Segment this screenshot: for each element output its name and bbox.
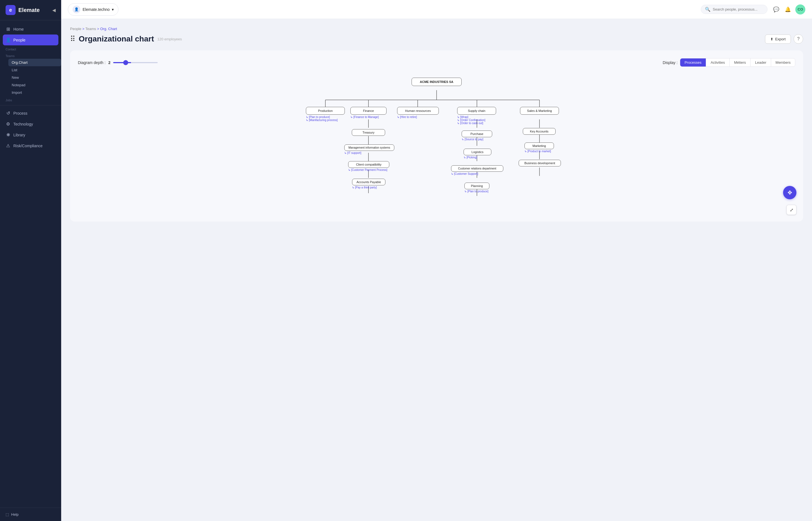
workspace-name: Elemate.techno [82, 7, 110, 12]
home-icon: ⊞ [5, 26, 10, 32]
move-button[interactable]: ✥ [783, 186, 796, 199]
depth-control: Diagram depth : 2 [78, 61, 158, 65]
expand-button[interactable]: ⤢ [786, 205, 796, 215]
sidebar-divider [0, 105, 61, 106]
display-btn-processes[interactable]: Processes [680, 59, 706, 67]
breadcrumb-people[interactable]: People [70, 27, 81, 31]
sidebar-label-process: Process [13, 111, 27, 115]
display-label: Display : [663, 61, 678, 65]
topbar: 👤 Elemate.techno ▾ 🔍 💬 🔔 CO [61, 0, 812, 19]
depth-slider[interactable] [113, 62, 158, 63]
display-btn-activities[interactable]: Activities [706, 59, 730, 67]
node-marketing: Marketing ↳ [Product to market] [524, 142, 554, 155]
help-circle-button[interactable]: ? [794, 34, 803, 44]
breadcrumb-org-chart: Org. Chart [100, 27, 117, 31]
sidebar-item-people[interactable]: 👤 People [3, 35, 58, 45]
sidebar-logo: e Elemate ◀ [0, 0, 61, 20]
user-avatar[interactable]: CO [795, 4, 805, 15]
sidebar-label-people: People [13, 38, 26, 42]
content-area: People > Teams > Org. Chart ⠿ Organizati… [61, 19, 812, 521]
chat-icon-button[interactable]: 💬 [772, 5, 780, 14]
node-biz-dev: Business development [519, 160, 561, 167]
sidebar-label-library: Library [13, 133, 25, 137]
help-label: Help [11, 512, 19, 517]
workspace-selector[interactable]: 👤 Elemate.techno ▾ [68, 3, 118, 16]
display-controls: Display : Processes Activities Métiers L… [663, 58, 795, 67]
depth-value: 2 [109, 61, 111, 65]
notification-icon-button[interactable]: 🔔 [784, 5, 792, 14]
help-button[interactable]: ⬚ Help [5, 512, 56, 517]
technology-icon: ⚙ [5, 121, 10, 127]
main-area: 👤 Elemate.techno ▾ 🔍 💬 🔔 CO People > Tea… [61, 0, 812, 521]
workspace-icon: 👤 [73, 5, 80, 13]
risk-icon: ⚠ [5, 143, 10, 148]
expand-icon: ⤢ [790, 207, 793, 213]
dept-supply: Supply chain ↳ [Wrap] ↳ [Order Confirmat… [457, 107, 496, 129]
logo-icon: e [5, 5, 16, 15]
breadcrumb-teams[interactable]: Teams [86, 27, 96, 31]
node-planning: Planning ↳ [Plan to produce] [464, 183, 489, 195]
app-name: Elemate [18, 7, 40, 13]
page-title-row: ⠿ Organizational chart 120 employees [70, 35, 182, 43]
org-chart-svg: ACME INDUSTRIES SA Production ↳ [Plan to… [78, 73, 795, 213]
export-button[interactable]: ⬆ Export [765, 35, 791, 44]
sidebar-sub-org-chart[interactable]: Org.Chart [8, 59, 61, 66]
search-input[interactable] [713, 7, 763, 12]
sidebar-nav: ⊞ Home 👤 People Contact Teams Org.Chart … [0, 20, 61, 508]
dept-sales: Sales & Marketing [520, 107, 559, 115]
node-accounts-payable: Accounts Payable ↳ [Pay a third party] [352, 179, 385, 191]
sidebar-item-library[interactable]: ❋ Library [0, 130, 61, 140]
org-chart-title-icon: ⠿ [70, 35, 75, 43]
page-actions: ⬆ Export ? [765, 34, 803, 44]
dept-hr: Human ressources ↳ [Hire to retire] [397, 107, 439, 121]
org-diagram: ACME INDUSTRIES SA Production ↳ [Plan to… [78, 73, 795, 214]
breadcrumb: People > Teams > Org. Chart [70, 27, 803, 31]
chart-controls: Diagram depth : 2 Display : Processes Ac… [78, 58, 795, 67]
export-label: Export [775, 37, 786, 41]
sidebar-section-contact: Contact [0, 45, 61, 52]
sidebar-collapse-button[interactable]: ◀ [52, 7, 56, 13]
node-mis: Management information systems ↳ [IT sup… [344, 144, 394, 157]
sidebar-item-home[interactable]: ⊞ Home [0, 24, 61, 35]
display-btn-members[interactable]: Members [771, 59, 795, 67]
search-bar[interactable]: 🔍 [701, 5, 767, 14]
move-icon: ✥ [788, 189, 792, 196]
sidebar-section-jobs: Jobs [0, 96, 61, 103]
node-client-compat: Client compatibility ↳ [Customer Payment… [348, 161, 389, 174]
node-treasury: Treasury [352, 129, 385, 137]
sidebar-item-technology[interactable]: ⚙ Technology [0, 118, 61, 130]
sidebar-label-home: Home [13, 27, 24, 31]
depth-label: Diagram depth : [78, 61, 106, 65]
page-header: ⠿ Organizational chart 120 employees ⬆ E… [70, 34, 803, 44]
sidebar-sub-notepad[interactable]: Notepad [8, 81, 61, 89]
node-key-accounts: Key Accounts [523, 128, 556, 136]
library-icon: ❋ [5, 132, 10, 137]
chart-card: Diagram depth : 2 Display : Processes Ac… [70, 50, 803, 222]
sidebar-footer: ⬚ Help [0, 508, 61, 521]
search-icon: 🔍 [705, 7, 711, 12]
process-icon: ↺ [5, 111, 10, 116]
sidebar-label-risk: Risk/Compliance [13, 143, 43, 148]
dept-production: Production ↳ [Plan to produce] ↳ [Manifa… [306, 107, 345, 129]
people-icon: 👤 [5, 37, 10, 43]
sidebar-sub-new[interactable]: New [8, 74, 61, 81]
display-btn-leader[interactable]: Leader [750, 59, 771, 67]
help-icon: ⬚ [5, 512, 9, 517]
sidebar-sub-import[interactable]: Import [8, 89, 61, 96]
topbar-icons: 💬 🔔 CO [772, 4, 805, 15]
page-subtitle: 120 employees [158, 37, 182, 41]
sidebar-item-risk[interactable]: ⚠ Risk/Compliance [0, 140, 61, 151]
dept-finance: Finance ↳ [Finance to Manage] [350, 107, 386, 119]
sidebar-section-teams: Teams [0, 52, 61, 59]
node-purchase: Purchase ↳ [Source to pay] [462, 131, 492, 143]
node-logistics: Logistics ↳ [Picking] [463, 149, 492, 161]
sidebar-item-process[interactable]: ↺ Process [0, 108, 61, 118]
sidebar: e Elemate ◀ ⊞ Home 👤 People Contact Team… [0, 0, 61, 521]
page-title: Organizational chart [79, 35, 154, 43]
sidebar-label-technology: Technology [13, 122, 33, 126]
node-customer-relations: Customer relations department ↳ [Custome… [451, 165, 503, 178]
display-btn-metiers[interactable]: Métiers [730, 59, 751, 67]
export-icon: ⬆ [770, 37, 773, 41]
display-button-group: Processes Activities Métiers Leader Memb… [680, 58, 795, 67]
sidebar-sub-list[interactable]: List [8, 66, 61, 74]
